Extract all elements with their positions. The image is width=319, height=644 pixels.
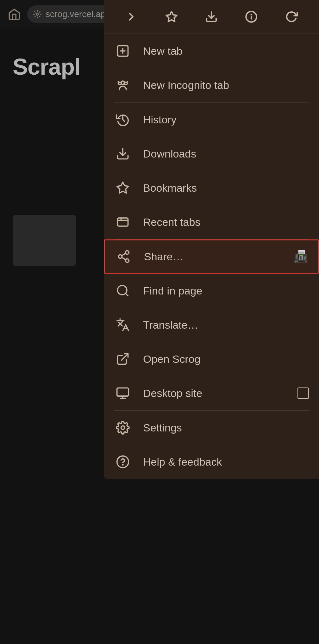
svg-rect-25 [117,388,129,396]
settings-label: Settings [143,422,309,434]
menu-item-downloads[interactable]: Downloads [104,137,319,171]
menu-item-find-in-page[interactable]: Find in page [104,274,319,308]
new-incognito-tab-label: New Incognito tab [143,79,309,91]
desktop-icon [114,384,132,402]
svg-rect-16 [118,218,128,226]
recent-tabs-label: Recent tabs [143,216,309,228]
svg-marker-15 [117,182,129,193]
phone-icon: 📠 [294,250,308,263]
menu-item-desktop-site[interactable]: Desktop site [104,376,319,410]
translate-icon [114,316,132,334]
bookmarks-label: Bookmarks [143,182,309,194]
share-label: Share… [144,251,282,263]
menu-item-recent-tabs[interactable]: Recent tabs [104,205,319,239]
page-info-button[interactable] [240,6,262,28]
svg-line-22 [122,253,126,256]
menu-item-open-scrog[interactable]: Open Scrog [104,342,319,376]
svg-point-28 [121,426,125,430]
menu-item-history[interactable]: History [104,102,319,137]
menu-item-bookmarks[interactable]: Bookmarks [104,171,319,205]
find-icon [114,282,132,300]
bookmark-button[interactable] [160,6,183,28]
desktop-site-checkbox[interactable] [297,387,309,399]
reload-button[interactable] [280,6,303,28]
incognito-icon [114,76,132,94]
menu-item-new-tab[interactable]: New tab [104,34,319,68]
new-tab-icon [114,42,132,60]
menu-item-new-incognito-tab[interactable]: New Incognito tab [104,68,319,102]
history-icon [114,111,132,128]
svg-line-12 [118,82,119,82]
downloads-icon [114,145,132,163]
new-tab-label: New tab [143,45,309,57]
downloads-label: Downloads [143,148,309,160]
forward-button[interactable] [120,6,142,28]
open-app-icon [114,350,132,368]
share-right: 📠 [294,250,308,263]
desktop-site-label: Desktop site [143,387,286,399]
svg-line-13 [127,82,128,82]
svg-line-24 [126,294,128,296]
svg-line-21 [122,257,126,260]
translate-label: Translate… [143,319,309,331]
history-label: History [143,114,309,126]
help-feedback-label: Help & feedback [143,456,309,468]
menu-item-share[interactable]: Share… 📠 [104,239,319,274]
menu-item-settings[interactable]: Settings [104,411,319,445]
find-in-page-label: Find in page [143,285,309,297]
browser-menu: New tab New Incognito tab History [104,0,319,479]
menu-toolbar [104,0,319,34]
desktop-site-checkbox-box[interactable] [297,387,309,399]
menu-item-translate[interactable]: Translate… [104,308,319,342]
menu-item-help-feedback[interactable]: Help & feedback [104,445,319,479]
open-scrog-label: Open Scrog [143,353,309,365]
recent-tabs-icon [114,213,132,231]
help-icon [114,453,132,471]
download-page-button[interactable] [200,6,222,28]
bookmarks-icon [114,179,132,197]
settings-icon [114,419,132,437]
svg-marker-1 [166,11,177,22]
share-icon [115,248,133,265]
